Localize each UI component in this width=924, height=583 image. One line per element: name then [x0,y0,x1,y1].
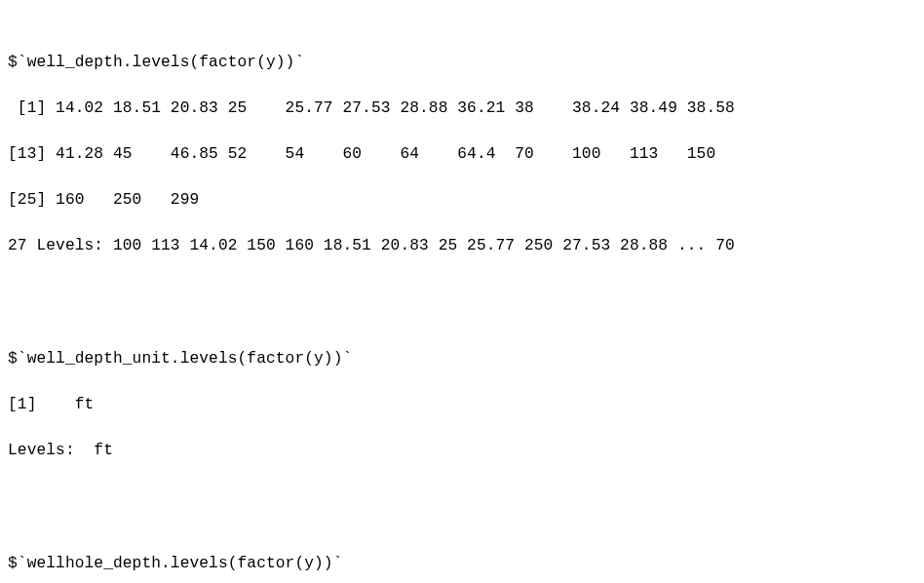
section-well-depth: $`well_depth.levels(factor(y))` [1] 14.0… [8,28,916,280]
values-row-1: [1] ft [8,394,916,416]
levels-line: Levels: ft [8,440,916,462]
section-header: $`well_depth.levels(factor(y))` [8,52,916,74]
section-wellhole-depth: $`wellhole_depth.levels(factor(y))` [1] … [8,529,916,583]
levels-line: 27 Levels: 100 113 14.02 150 160 18.51 2… [8,235,916,257]
values-row-3: [25] 160 250 299 [8,189,916,212]
values-row-2: [13] 41.28 45 46.85 52 54 60 64 64.4 70 … [8,143,916,166]
section-well-depth-unit: $`well_depth_unit.levels(factor(y))` [1]… [8,325,916,485]
section-header: $`wellhole_depth.levels(factor(y))` [8,553,916,575]
section-header: $`well_depth_unit.levels(factor(y))` [8,348,916,370]
values-row-1: [1] 14.02 18.51 20.83 25 25.77 27.53 28.… [8,97,916,120]
